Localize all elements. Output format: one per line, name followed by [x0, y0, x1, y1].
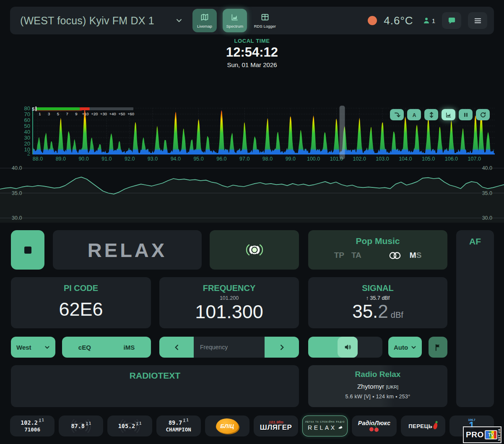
chevron-right-icon — [279, 344, 285, 351]
frequency-label: FREQUENCY — [159, 283, 299, 293]
ims-toggle[interactable]: iMS — [124, 344, 135, 351]
ps-name: RELAX — [88, 239, 167, 262]
antenna-icon — [38, 418, 42, 423]
speaker-icon — [344, 343, 351, 351]
antenna-selected-value: West — [16, 344, 31, 351]
svg-text:105.0: 105.0 — [422, 156, 435, 162]
pi-code-panel: PI CODE 62E6 — [11, 277, 151, 328]
spectrum-tool-arrow-updown-button[interactable] — [424, 109, 438, 120]
svg-text:97.0: 97.0 — [239, 156, 249, 162]
local-date: Sun, 01 Mar 2026 — [0, 61, 504, 68]
station-country: [UKR] — [386, 384, 398, 389]
protv-watermark: PRO TV NET.UA — [463, 426, 501, 443]
server-selector[interactable]: (WEST focus) Kyiv FM DX 1 — [20, 15, 182, 27]
svg-text:96.0: 96.0 — [216, 156, 226, 162]
svg-text:107.0: 107.0 — [468, 156, 481, 162]
station-shortcut-71006[interactable]: 102.2171006 — [10, 415, 55, 436]
arrow-up-icon: ↑ — [366, 295, 369, 301]
station-name: Radio Relax — [308, 370, 447, 379]
play-stop-button[interactable] — [11, 230, 44, 270]
tune-down-button[interactable] — [159, 337, 194, 358]
chat-button[interactable] — [442, 12, 461, 29]
eq-toggle[interactable]: cEQ — [78, 344, 91, 351]
broadcast-indicator-panel — [210, 230, 299, 270]
previous-frequency: 101.200 — [159, 295, 299, 301]
nav-livemap-button[interactable]: Livemap — [192, 9, 217, 32]
svg-text:35.0: 35.0 — [12, 190, 22, 196]
antenna-indicator: 1 — [38, 418, 44, 423]
signal-value: 35.2dBf — [308, 301, 447, 322]
pi-code-value: 62E6 — [11, 299, 151, 320]
watermark-tv-icon: TV — [485, 430, 497, 439]
radiotext-panel: RADIOTEXT — [11, 365, 299, 407]
svg-text:89.0: 89.0 — [56, 156, 66, 162]
volume-knob[interactable] — [338, 337, 358, 358]
top-bar: (WEST focus) Kyiv FM DX 1 LivemapSpectru… — [10, 7, 494, 34]
spectrum-tool-letter-a-button[interactable]: A — [407, 109, 421, 120]
svg-text:20: 20 — [24, 140, 30, 147]
svg-text:104.0: 104.0 — [399, 156, 412, 162]
spectrum-tool-arrow-snap-down-button[interactable] — [390, 109, 404, 120]
spectrum-tool-pause-button[interactable] — [459, 109, 473, 120]
ms-flag: MS — [410, 251, 422, 260]
frequency-input[interactable] — [194, 337, 265, 358]
temperature: 4.6°C — [384, 14, 413, 27]
station-shortcut-радіолюкс[interactable]: РадіоЛюкс — [352, 415, 396, 436]
spectrum-graph[interactable]: 8070605040302010288.089.090.091.092.093.… — [11, 105, 495, 164]
svg-text:94.0: 94.0 — [171, 156, 181, 162]
station-shortcut-relax[interactable]: ЛЕГКА ТА СПОКІЙНА РАДІОRELAX — [302, 415, 348, 436]
station-shortcut-105.2[interactable]: 105.21 — [107, 415, 152, 436]
chevron-down-icon — [44, 345, 50, 350]
perets-logo: ПЕРЕЦЬ — [408, 423, 432, 429]
station-shortcut-перець[interactable]: ПЕРЕЦЬ — [401, 415, 445, 436]
svg-text:1: 1 — [39, 112, 41, 116]
svg-text:103.0: 103.0 — [376, 156, 389, 162]
svg-text:40.0: 40.0 — [482, 165, 492, 171]
local-time-label: LOCAL TIME — [0, 38, 504, 44]
nav-rds-logger-button[interactable]: RDS Logger — [253, 9, 277, 32]
current-frequency: 101.300 — [159, 301, 299, 323]
chevron-left-icon — [174, 344, 180, 351]
signal-peak: ↑ 35.7 dBf — [308, 295, 447, 301]
nav-label: RDS Logger — [254, 24, 276, 29]
svg-text:+20: +20 — [91, 112, 98, 116]
volume-slider[interactable] — [308, 337, 382, 358]
bandwidth-select[interactable]: Auto — [388, 337, 422, 358]
station-frequency: 87.81 — [71, 423, 91, 429]
bandwidth-selected-value: Auto — [394, 344, 408, 351]
station-shortcut-шлягер[interactable]: 101.9fmШЛЯГЕР — [254, 415, 298, 436]
flag-button[interactable] — [429, 337, 447, 358]
ta-flag: TA — [351, 251, 361, 260]
watermark-pro-text: PRO — [466, 430, 484, 439]
area-chart-icon — [445, 112, 452, 118]
af-list-panel: AF — [456, 230, 494, 407]
station-shortcut-87.8[interactable]: 87.81 — [59, 415, 103, 436]
station-shortcut-champion[interactable]: 89.71CHAMPION — [156, 415, 201, 436]
spectrum-tool-refresh-button[interactable] — [476, 109, 490, 120]
station-name-text: 71006 — [24, 427, 40, 433]
spectrum-tool-area-chart-button[interactable] — [442, 109, 455, 120]
local-time-block: LOCAL TIME 12:54:12 Sun, 01 Mar 2026 — [0, 38, 504, 68]
menu-button[interactable] — [468, 12, 487, 29]
antenna-select[interactable]: West — [11, 337, 55, 358]
relax-logo: RELAX — [308, 424, 336, 431]
status-dot-icon — [368, 16, 377, 25]
refresh-icon — [480, 112, 486, 118]
blitz-logo: БЛІЦ — [216, 418, 239, 434]
nav-spectrum-button[interactable]: Spectrum — [223, 9, 247, 32]
signal-canvas: 40.040.035.035.030.030.0 — [0, 164, 504, 223]
svg-text:90.0: 90.0 — [78, 156, 88, 162]
tune-up-button[interactable] — [265, 337, 299, 358]
station-shortcut-бліц[interactable]: БЛІЦ — [205, 415, 249, 436]
topbar-right: 4.6°C 1 — [368, 12, 487, 29]
listener-count-value: 1 — [432, 17, 435, 24]
station-frequency: 105.21 — [118, 423, 142, 429]
table-icon — [261, 13, 269, 23]
spectrum-toolbar: A — [390, 109, 490, 120]
svg-text:7: 7 — [66, 112, 68, 116]
person-icon — [423, 17, 430, 24]
signal-label: SIGNAL — [308, 283, 447, 293]
svg-text:93.0: 93.0 — [148, 156, 158, 162]
svg-text:3: 3 — [48, 112, 50, 116]
antenna-icon — [85, 422, 89, 426]
